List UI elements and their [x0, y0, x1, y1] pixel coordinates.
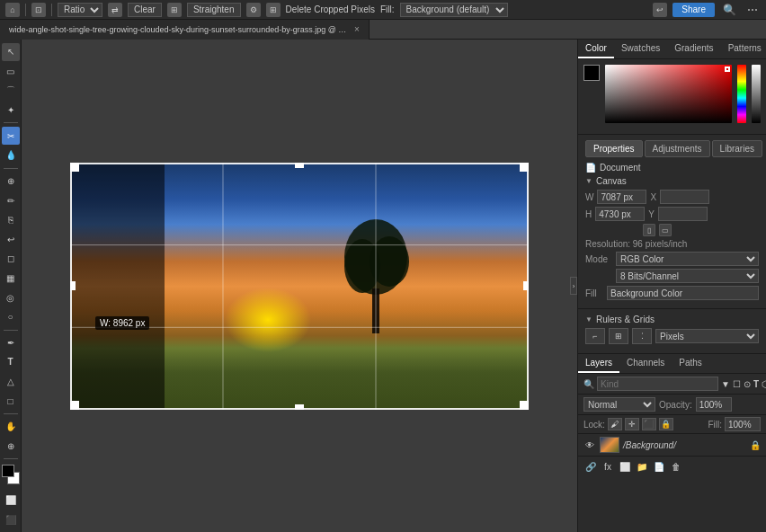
home-icon[interactable]: ⌂ [5, 3, 20, 17]
tab-color[interactable]: Color [578, 40, 614, 58]
wh-row: W X [585, 190, 759, 204]
opacity-input[interactable] [696, 397, 732, 412]
mode-select[interactable]: RGB Color [616, 252, 759, 266]
marquee-tool[interactable]: ▭ [2, 63, 20, 81]
layers-pixel-icon[interactable]: ☐ [733, 377, 741, 391]
swap-icon[interactable]: ⇄ [108, 3, 122, 17]
zoom-tool[interactable]: ⊕ [2, 438, 20, 456]
collapse-panel-arrow[interactable]: › [570, 277, 577, 295]
add-link-icon[interactable]: 🔗 [583, 459, 598, 474]
ratio-select[interactable]: Ratio [58, 3, 102, 17]
delete-layer-icon[interactable]: 🗑 [669, 459, 683, 474]
properties-tabs: Properties Adjustments Libraries [585, 140, 759, 157]
width-input[interactable] [597, 190, 646, 204]
blend-mode-select[interactable]: Normal [583, 397, 655, 412]
height-input[interactable] [595, 207, 645, 221]
undo-icon[interactable]: ↩ [653, 3, 667, 17]
text-tool[interactable]: T [2, 353, 20, 371]
xy-row: H Y [585, 207, 759, 221]
rulers-collapse-icon[interactable]: ▼ [585, 315, 592, 324]
hand-tool[interactable]: ✋ [2, 418, 20, 436]
portrait-icon[interactable]: ▯ [643, 224, 655, 236]
tab-libraries[interactable]: Libraries [712, 140, 762, 157]
move-tool[interactable]: ↖ [2, 43, 20, 61]
settings-icon[interactable]: ⚙ [246, 3, 261, 17]
brush-tool[interactable]: ✏ [2, 191, 20, 209]
more-button[interactable]: ⋯ [744, 4, 761, 16]
history-brush[interactable]: ↩ [2, 230, 20, 248]
foreground-color[interactable] [2, 465, 14, 477]
heal-tool[interactable]: ⊕ [2, 173, 20, 191]
lock-artboard-btn[interactable]: ⬛ [642, 418, 656, 430]
resolution-text: Resolution: 96 pixels/inch [585, 239, 687, 249]
separator2 [51, 4, 52, 16]
tab-close-icon[interactable]: × [354, 24, 360, 34]
fg-color-swatch[interactable] [583, 65, 600, 81]
clear-button[interactable]: Clear [128, 3, 162, 17]
lasso-tool[interactable]: ⌒ [2, 82, 20, 100]
dodge-tool[interactable]: ○ [2, 308, 20, 326]
share-button[interactable]: Share [672, 3, 715, 17]
tab-patterns[interactable]: Patterns [721, 40, 766, 58]
x-input[interactable] [660, 190, 709, 204]
y-input[interactable] [658, 207, 708, 221]
layers-search-input[interactable] [597, 377, 718, 391]
fill-input[interactable] [725, 417, 761, 431]
tab-paths[interactable]: Paths [672, 354, 709, 373]
quick-mask-tool[interactable]: ⬜ [2, 492, 20, 510]
layer-visibility-toggle[interactable]: 👁 [583, 439, 596, 451]
tab-channels[interactable]: Channels [619, 354, 672, 373]
tab-swatches[interactable]: Swatches [614, 40, 667, 58]
tab-properties[interactable]: Properties [585, 140, 643, 157]
gradient-tool[interactable]: ▦ [2, 270, 20, 288]
ruler-unit-select[interactable]: Pixels [655, 329, 759, 343]
ruler-grid-icon[interactable]: ⊞ [609, 328, 628, 344]
layers-adj-icon[interactable]: ⊙ [744, 377, 751, 391]
path-tool[interactable]: △ [2, 373, 20, 391]
lock-all-btn[interactable]: 🔒 [659, 418, 673, 430]
landscape-icon[interactable]: ▭ [659, 224, 672, 236]
grid2-icon[interactable]: ⊞ [266, 3, 281, 17]
bits-select[interactable]: 8 Bits/Channel [616, 269, 759, 283]
layers-text-icon[interactable]: T [753, 377, 759, 391]
tab-layers[interactable]: Layers [578, 354, 619, 373]
crop-tool-icon[interactable]: ⊡ [31, 3, 46, 17]
document-tab[interactable]: wide-angle-shot-single-tree-growing-clou… [0, 20, 370, 40]
color-white-strip[interactable] [752, 65, 761, 123]
pen-tool[interactable]: ✒ [2, 333, 20, 351]
crop-tool[interactable]: ✂ [2, 127, 20, 145]
tab-adjustments[interactable]: Adjustments [645, 140, 710, 157]
fill-row: Fill Background Color [585, 286, 759, 300]
grid-icon[interactable]: ⊞ [167, 3, 182, 17]
eraser-tool[interactable]: ◻ [2, 250, 20, 268]
magic-wand-tool[interactable]: ✦ [2, 102, 20, 120]
blur-tool[interactable]: ◎ [2, 288, 20, 306]
layer-row[interactable]: 👁 /Background/ 🔒 [578, 434, 766, 456]
tab-gradients[interactable]: Gradients [667, 40, 720, 58]
screen-mode-tool[interactable]: ⬛ [2, 510, 20, 528]
shape-tool[interactable]: □ [2, 392, 20, 410]
new-group-icon[interactable]: 📁 [635, 459, 649, 474]
add-mask-icon[interactable]: ⬜ [618, 459, 632, 474]
fill-select[interactable]: Background (default) [400, 3, 508, 17]
layers-filter-type-icon[interactable]: ▼ [721, 377, 730, 391]
add-effect-icon[interactable]: fx [601, 459, 615, 474]
search-button[interactable]: 🔍 [720, 4, 739, 16]
canvas-section-header: ▼ Canvas [585, 176, 759, 186]
canvas-collapse-icon[interactable]: ▼ [585, 177, 592, 185]
new-layer-icon[interactable]: 📄 [652, 459, 666, 474]
fill-value[interactable]: Background Color [607, 286, 759, 300]
ruler-corners-icon[interactable]: ⌐ [585, 328, 605, 344]
color-gradient[interactable] [605, 65, 732, 123]
rulers-header: ▼ Rulers & Grids [585, 315, 759, 324]
lock-position-btn[interactable]: ✛ [625, 418, 639, 430]
layers-shape-icon[interactable]: ⬡ [762, 377, 766, 391]
ruler-dot-grid-icon[interactable]: ⁚ [632, 328, 652, 344]
clone-tool[interactable]: ⎘ [2, 211, 20, 229]
eyedropper-tool[interactable]: 💧 [2, 146, 20, 164]
straighten-button[interactable]: Straighten [187, 3, 241, 17]
color-spectrum[interactable] [737, 65, 746, 123]
mode-label: Mode [585, 254, 612, 264]
lock-pixel-btn[interactable]: 🖌 [608, 418, 622, 430]
tab-filename: wide-angle-shot-single-tree-growing-clou… [9, 25, 351, 34]
